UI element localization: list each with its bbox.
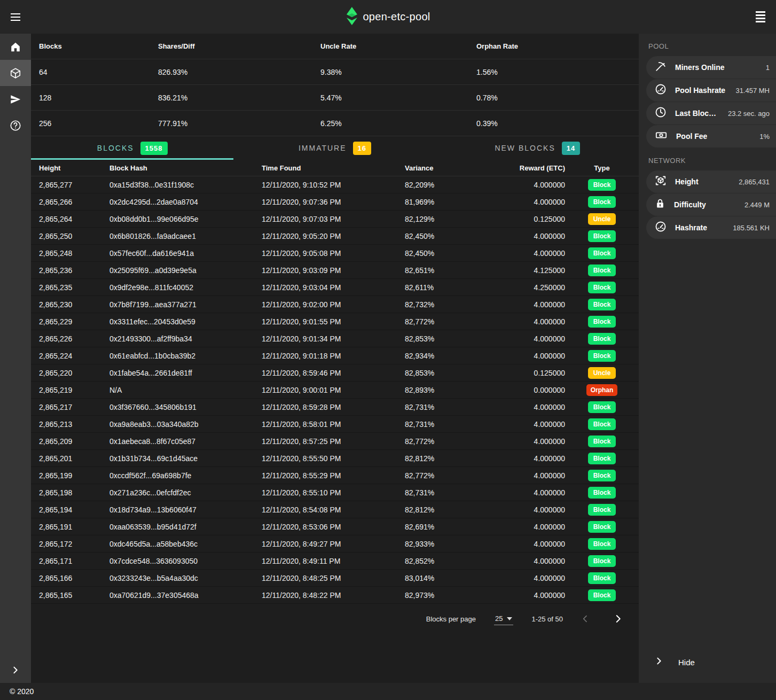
block-row[interactable]: 2,865,2200x1fabe54a...2661de81ff12/11/20… <box>31 364 639 382</box>
block-row[interactable]: 2,865,1990xccdf562f...69a698b7fe12/11/20… <box>31 467 639 484</box>
stats-cell: 6.25% <box>320 119 476 128</box>
stats-header-cell: Orphan Rate <box>476 42 639 50</box>
block-row[interactable]: 2,865,1710x7cdce548...363609305012/11/20… <box>31 553 639 570</box>
nav-blocks-button[interactable] <box>0 60 31 86</box>
block-row[interactable]: 2,865,2260x21493300...af2ff9ba3412/11/20… <box>31 330 639 347</box>
stat-item-value: 185.561 KH <box>733 224 770 232</box>
block-type-chip: Block <box>588 316 616 328</box>
tab-blocks[interactable]: BLOCKS1558 <box>31 136 233 160</box>
block-cell-variance: 82,893% <box>405 386 474 394</box>
stat-item-miners-online[interactable]: Miners Online1 <box>646 56 776 79</box>
block-cell-height: 2,865,250 <box>39 232 109 240</box>
send-icon <box>10 94 21 105</box>
block-cell-hash: 0x18d734a9...13b6060f47 <box>109 505 262 514</box>
block-row[interactable]: 2,865,219N/A12/11/2020, 9:00:01 PM82,893… <box>31 382 639 399</box>
block-cell-hash: 0xccdf562f...69a698b7fe <box>109 471 262 480</box>
block-cell-variance: 82,731% <box>405 488 474 497</box>
block-row[interactable]: 2,865,2170x3f367660...345806b19112/11/20… <box>31 399 639 416</box>
block-row[interactable]: 2,865,2480x57fec60f...da616e941a12/11/20… <box>31 245 639 262</box>
block-row[interactable]: 2,865,1910xaa063539...b95d41d72f12/11/20… <box>31 518 639 535</box>
next-page-button[interactable] <box>613 614 623 624</box>
block-row[interactable]: 2,865,2240x61eabfcd...1b0cba39b212/11/20… <box>31 347 639 364</box>
block-cell-hash: 0x21493300...af2ff9ba34 <box>109 335 262 343</box>
block-cell-reward: 4.000000 <box>474 232 565 240</box>
stat-item-pool-hashrate[interactable]: Pool Hashrate31.457 MH <box>646 79 776 102</box>
stat-item-hashrate[interactable]: Hashrate185.561 KH <box>646 216 776 239</box>
footer: © 2020 <box>0 683 776 700</box>
tab-label: BLOCKS <box>97 144 134 152</box>
block-cell-height: 2,865,201 <box>39 454 109 463</box>
stats-cell: 5.47% <box>320 94 476 102</box>
block-cell-height: 2,865,226 <box>39 335 109 343</box>
block-row[interactable]: 2,865,2640xb08dd0b1...99e066d95e12/11/20… <box>31 211 639 228</box>
block-row[interactable]: 2,865,2360x25095f69...a0d39e9e5a12/11/20… <box>31 262 639 279</box>
block-cell-variance: 81,969% <box>405 198 474 206</box>
right-menu-button[interactable] <box>745 0 776 34</box>
block-cell-hash: 0x1aebeca8...8f67c05e87 <box>109 437 262 446</box>
block-cell-hash: 0x1fabe54a...2661de81ff <box>109 369 262 377</box>
block-row[interactable]: 2,865,2090x1aebeca8...8f67c05e8712/11/20… <box>31 433 639 450</box>
rail-expand-button[interactable] <box>0 657 31 683</box>
stat-item-difficulty[interactable]: Difficulty2.449 M <box>646 193 776 216</box>
tab-count-badge: 16 <box>353 142 371 155</box>
block-row[interactable]: 2,865,1650xa70621d9...37e305468a12/11/20… <box>31 587 639 604</box>
block-row[interactable]: 2,865,2350x9df2e98e...811fc4005212/11/20… <box>31 279 639 296</box>
stat-item-last-block-fo[interactable]: Last Block Fo…23.2 sec. ago <box>646 102 776 125</box>
block-row[interactable]: 2,865,2130xa9a8eab3...03a340a82b12/11/20… <box>31 416 639 433</box>
block-row[interactable]: 2,865,2660x2dc4295d...2dae0a870412/11/20… <box>31 193 639 211</box>
block-cell-variance: 82,852% <box>405 557 474 565</box>
nav-payments-button[interactable] <box>0 86 31 112</box>
tab-new-blocks[interactable]: NEW BLOCKS14 <box>436 136 639 160</box>
block-row[interactable]: 2,865,1980x271a236c...0efcfdf2ec12/11/20… <box>31 484 639 501</box>
stat-item-value: 2,865,431 <box>739 178 770 186</box>
block-type-chip: Block <box>588 282 616 293</box>
hide-sidebar-button[interactable]: Hide <box>646 650 776 674</box>
block-cell-height: 2,865,277 <box>39 181 109 189</box>
pickaxe-icon <box>655 60 667 74</box>
hide-label: Hide <box>678 658 695 667</box>
block-type-chip: Block <box>588 521 616 533</box>
block-row[interactable]: 2,865,2290x3311efec...20453d0e5912/11/20… <box>31 313 639 330</box>
block-cell-time: 12/11/2020, 8:59:28 PM <box>262 403 405 411</box>
stat-item-value: 2.449 M <box>744 201 770 209</box>
block-row[interactable]: 2,865,1940x18d734a9...13b6060f4712/11/20… <box>31 501 639 518</box>
block-cell-hash: 0xdc465d5a...a58beb436c <box>109 540 262 548</box>
stat-item-label: Last Block Fo… <box>675 109 719 118</box>
block-cell-reward: 0.000000 <box>474 386 565 394</box>
block-cell-reward: 4.000000 <box>474 488 565 497</box>
block-cell-hash: 0x3233243e...b5a4aa30dc <box>109 574 262 582</box>
stat-item-value: 23.2 sec. ago <box>728 110 770 118</box>
block-row[interactable]: 2,865,1660x3233243e...b5a4aa30dc12/11/20… <box>31 570 639 587</box>
per-page-label: Blocks per page <box>426 615 476 623</box>
block-cell-height: 2,865,248 <box>39 249 109 258</box>
block-row[interactable]: 2,865,2500x6b801826...fa9adcaee112/11/20… <box>31 228 639 245</box>
banknote-icon <box>655 129 668 143</box>
blocks-header-cell: Type <box>565 164 639 172</box>
nav-home-button[interactable] <box>0 34 31 60</box>
blocks-header-cell: Variance <box>405 164 474 172</box>
stat-item-value: 1 <box>766 64 770 72</box>
block-row[interactable]: 2,865,1720xdc465d5a...a58beb436c12/11/20… <box>31 535 639 553</box>
block-cell-hash: 0x25095f69...a0d39e9e5a <box>109 266 262 275</box>
tab-immature[interactable]: IMMATURE16 <box>233 136 436 160</box>
block-cell-reward: 4.000000 <box>474 505 565 514</box>
block-cell-variance: 82,812% <box>405 505 474 514</box>
block-cell-height: 2,865,229 <box>39 317 109 326</box>
nav-help-button[interactable] <box>0 112 31 138</box>
block-cell-time: 12/11/2020, 8:57:25 PM <box>262 437 405 446</box>
right-stats-sidebar: POOL Miners Online1Pool Hashrate31.457 M… <box>639 34 776 683</box>
tab-count-badge: 14 <box>562 142 580 155</box>
block-row[interactable]: 2,865,2300x7b8f7199...aea377a27112/11/20… <box>31 296 639 313</box>
prev-page-button[interactable] <box>581 615 590 623</box>
page-size-select[interactable]: 25 <box>494 612 513 625</box>
stat-item-pool-fee[interactable]: Pool Fee1% <box>646 125 776 147</box>
block-cell-reward: 4.000000 <box>474 437 565 446</box>
block-row[interactable]: 2,865,2770xa15d3f38...0e31f1908c12/11/20… <box>31 176 639 193</box>
block-cell-variance: 82,772% <box>405 317 474 326</box>
block-cell-hash: 0x271a236c...0efcfdf2ec <box>109 488 262 497</box>
stat-item-height[interactable]: Height2,865,431 <box>646 170 776 193</box>
block-cell-variance: 82,651% <box>405 266 474 275</box>
block-cell-time: 12/11/2020, 9:03:04 PM <box>262 283 405 292</box>
block-row[interactable]: 2,865,2010x1b31b734...69c1d45ace12/11/20… <box>31 450 639 467</box>
left-menu-button[interactable] <box>0 0 31 34</box>
